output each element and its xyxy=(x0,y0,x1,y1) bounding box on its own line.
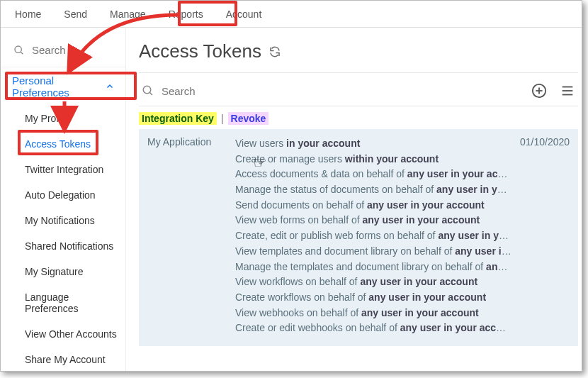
nav-reports[interactable]: Reports xyxy=(157,1,215,27)
sidebar-item-share-my-account[interactable]: Share My Account xyxy=(1,347,125,372)
sidebar-item-shared-notifications[interactable]: Shared Notifications xyxy=(1,233,125,259)
sidebar-item-view-other-accounts[interactable]: View Other Accounts xyxy=(1,321,125,347)
top-nav: Home Send Manage Reports Account xyxy=(1,1,582,28)
permission-line: View users in your account xyxy=(235,136,511,152)
permission-line: Create or edit webhooks on behalf of any… xyxy=(235,321,511,336)
permission-line: Manage the status of documents on behalf… xyxy=(235,182,511,198)
nav-account[interactable]: Account xyxy=(215,1,273,27)
svg-line-1 xyxy=(21,52,23,54)
token-date: 01/10/2020 xyxy=(511,136,570,336)
sidebar-search-input[interactable] xyxy=(30,43,115,57)
sidebar-item-my-signature[interactable]: My Signature xyxy=(1,259,125,284)
svg-line-3 xyxy=(149,92,152,95)
sidebar-item-language-preferences[interactable]: Language Preferences xyxy=(1,284,125,321)
sidebar-item-my-notifications[interactable]: My Notifications xyxy=(1,208,125,233)
main-toolbar xyxy=(139,73,578,106)
search-icon xyxy=(142,84,154,97)
sidebar: Personal Preferences My Profile Access T… xyxy=(1,28,126,371)
permission-line: Access documents & data on behalf of any… xyxy=(235,167,511,182)
add-button[interactable] xyxy=(531,83,547,99)
action-badges: Integration Key | Revoke xyxy=(139,106,578,129)
token-permissions: View users in your accountCreate or mana… xyxy=(232,136,511,336)
main-search-input[interactable] xyxy=(160,84,273,98)
permission-line: View templates and document library on b… xyxy=(235,244,511,260)
svg-point-0 xyxy=(15,46,21,52)
permission-line: View web forms on behalf of any user in … xyxy=(235,213,511,228)
sidebar-section-personal-preferences[interactable]: Personal Preferences xyxy=(1,67,125,106)
nav-send[interactable]: Send xyxy=(52,1,98,27)
revoke-link[interactable]: Revoke xyxy=(228,112,269,125)
permission-line: View webhooks on behalf of any user in y… xyxy=(235,306,511,321)
token-row[interactable]: My Application View users in your accoun… xyxy=(139,129,578,346)
permission-line: Create workflows on behalf of any user i… xyxy=(235,290,511,306)
search-icon xyxy=(13,45,25,56)
svg-point-2 xyxy=(143,86,151,94)
chevron-up-icon xyxy=(106,82,114,91)
sidebar-section-label: Personal Preferences xyxy=(12,74,106,99)
main-panel: Access Tokens xyxy=(126,28,582,371)
nav-home[interactable]: Home xyxy=(4,1,52,27)
badge-separator: | xyxy=(221,113,224,124)
sidebar-item-auto-delegation[interactable]: Auto Delegation xyxy=(1,182,125,208)
sidebar-item-access-tokens[interactable]: Access Tokens xyxy=(1,131,125,157)
refresh-icon[interactable] xyxy=(268,45,281,58)
menu-button[interactable] xyxy=(560,83,575,99)
page-title-row: Access Tokens xyxy=(139,40,578,73)
nav-manage[interactable]: Manage xyxy=(98,1,157,27)
permission-line: Manage the templates and document librar… xyxy=(235,260,511,275)
permission-line: Create or manage users within your accou… xyxy=(235,152,511,167)
permission-line: Send documents on behalf of any user in … xyxy=(235,198,511,213)
permission-line: View workflows on behalf of any user in … xyxy=(235,274,511,290)
sidebar-item-twitter-integration[interactable]: Twitter Integration xyxy=(1,157,125,182)
token-app-name: My Application xyxy=(147,136,232,336)
sidebar-item-my-profile[interactable]: My Profile xyxy=(1,106,125,131)
sidebar-search[interactable] xyxy=(1,39,125,67)
main-search[interactable] xyxy=(142,84,273,98)
integration-key-link[interactable]: Integration Key xyxy=(139,112,217,125)
page-title: Access Tokens xyxy=(139,40,261,62)
permission-line: Create, edit or publish web forms on beh… xyxy=(235,228,511,244)
